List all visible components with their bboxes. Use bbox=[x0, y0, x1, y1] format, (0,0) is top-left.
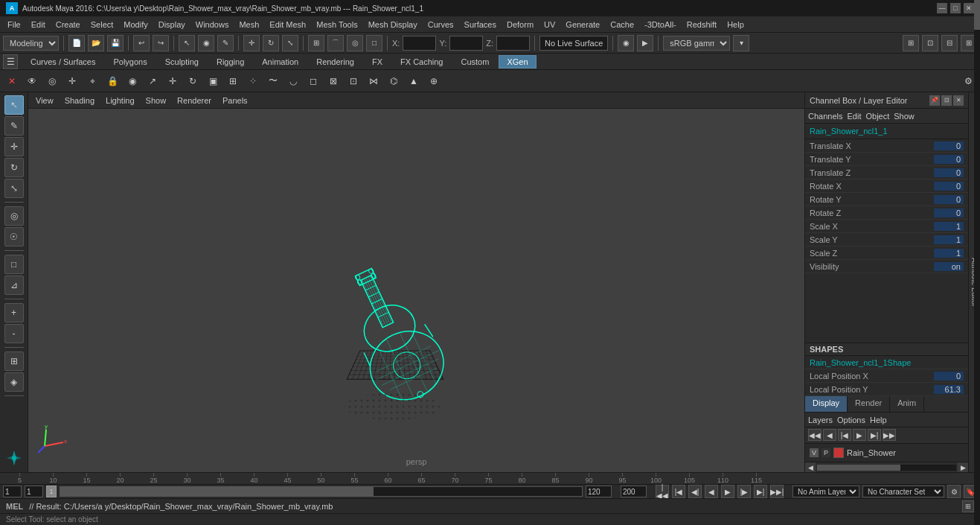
timeline-tick-35[interactable]: 35 bbox=[204, 473, 237, 484]
skip-end-btn[interactable]: ▶▶| bbox=[770, 485, 784, 498]
right-icons-2[interactable]: ⊡ bbox=[922, 35, 938, 51]
shelf-tab-rigging[interactable]: Rigging bbox=[208, 55, 252, 69]
snap-point[interactable]: ◎ bbox=[347, 35, 363, 51]
channel-row-rotate-x[interactable]: Rotate X0 bbox=[805, 179, 968, 193]
zoom-in-btn[interactable]: + bbox=[4, 303, 24, 322]
layer-next-next-btn[interactable]: ▶▶ bbox=[883, 429, 896, 441]
dra-tab-display[interactable]: Display bbox=[805, 396, 848, 412]
shelf-tab-curves-surfaces[interactable]: Curves / Surfaces bbox=[22, 55, 103, 69]
z-input[interactable] bbox=[496, 36, 530, 51]
timeline-tick-15[interactable]: 15 bbox=[70, 473, 103, 484]
prev-key-btn[interactable]: ◀| bbox=[688, 485, 702, 498]
stroke-btn[interactable]: 〜 bbox=[264, 72, 282, 90]
layer-row-rain_shower[interactable]: V P Rain_Shower bbox=[808, 445, 965, 460]
menu-item-help[interactable]: Help bbox=[723, 19, 749, 31]
menu-item-redshift[interactable]: Redshift bbox=[682, 19, 721, 31]
x-input[interactable] bbox=[403, 36, 436, 51]
layer-next-btn[interactable]: ▶| bbox=[868, 429, 881, 441]
mode-dropdown[interactable]: Modeling bbox=[3, 36, 59, 51]
dra-tab-render[interactable]: Render bbox=[848, 396, 890, 412]
timeline-tick-75[interactable]: 75 bbox=[472, 473, 505, 484]
play-fwd-btn[interactable]: ▶ bbox=[721, 485, 734, 498]
menu-item-mesh-tools[interactable]: Mesh Tools bbox=[312, 19, 362, 31]
timeline-tick-10[interactable]: 10 bbox=[36, 473, 70, 484]
channel-row-scale-y[interactable]: Scale Y1 bbox=[805, 233, 968, 246]
channel-row-rotate-z[interactable]: Rotate Z0 bbox=[805, 206, 968, 220]
layer-vis-btn[interactable]: V bbox=[810, 448, 819, 457]
paint-select-btn[interactable]: ✎ bbox=[4, 116, 24, 136]
shelf-tab-xgen[interactable]: XGen bbox=[499, 55, 536, 69]
timeline-tick-25[interactable]: 25 bbox=[137, 473, 170, 484]
menu-item-curves[interactable]: Curves bbox=[423, 19, 458, 31]
menu-item-deform[interactable]: Deform bbox=[502, 19, 538, 31]
layer-menu-help[interactable]: Help bbox=[870, 416, 887, 424]
menu-item--3dtoall-[interactable]: -3DtoAll- bbox=[640, 19, 681, 31]
timeline-tick-90[interactable]: 90 bbox=[572, 473, 606, 484]
current-frame-input[interactable] bbox=[25, 486, 43, 497]
zoom-out-btn[interactable]: - bbox=[4, 324, 24, 343]
layer-prev-btn[interactable]: ◀ bbox=[823, 429, 836, 441]
menu-item-display[interactable]: Display bbox=[154, 19, 190, 31]
menu-item-cache[interactable]: Cache bbox=[606, 19, 638, 31]
wire-btn[interactable]: ⊠ bbox=[324, 72, 342, 90]
scatter-btn[interactable]: ⁘ bbox=[244, 72, 262, 90]
select-tool[interactable]: ↖ bbox=[179, 35, 195, 51]
channel-menu-item-edit[interactable]: Edit bbox=[847, 112, 861, 121]
layer-type-btn[interactable]: P bbox=[822, 448, 830, 457]
shelf-tab-sculpting[interactable]: Sculpting bbox=[157, 55, 207, 69]
camera-btn[interactable]: ⌖ bbox=[83, 72, 101, 90]
select-tool-btn[interactable]: ↖ bbox=[4, 95, 24, 115]
lock-btn[interactable]: 🔒 bbox=[103, 72, 121, 90]
channel-row-scale-z[interactable]: Scale Z1 bbox=[805, 246, 968, 260]
rotate-tool-btn[interactable]: ↻ bbox=[4, 158, 24, 177]
status-icon-btn[interactable]: ⊞ bbox=[962, 500, 974, 512]
step-fwd-btn[interactable]: ▶| bbox=[754, 485, 767, 498]
timeline-tick-105[interactable]: 105 bbox=[673, 473, 706, 484]
shelf-tab-polygons[interactable]: Polygons bbox=[105, 55, 155, 69]
right-icons-3[interactable]: ⊟ bbox=[941, 35, 958, 51]
layer-scroll-right[interactable]: ▶ bbox=[958, 462, 968, 473]
eye-btn[interactable]: 👁 bbox=[23, 72, 41, 90]
play-back-btn[interactable]: ◀ bbox=[705, 485, 718, 498]
view-menu-lighting[interactable]: Lighting bbox=[101, 95, 139, 106]
shelf-tab-fx[interactable]: FX bbox=[364, 55, 391, 69]
gamma-settings[interactable]: ▾ bbox=[733, 35, 749, 51]
timeline-tick-20[interactable]: 20 bbox=[103, 473, 137, 484]
next-key-btn[interactable]: |▶ bbox=[737, 485, 751, 498]
menu-item-mesh[interactable]: Mesh bbox=[234, 19, 263, 31]
soft-mod-btn[interactable]: ◎ bbox=[4, 206, 24, 226]
snap-curve[interactable]: ⌒ bbox=[327, 35, 344, 51]
mesh-btn[interactable]: ⊡ bbox=[345, 72, 362, 90]
maximize-button[interactable]: □ bbox=[950, 3, 961, 13]
menu-item-edit[interactable]: Edit bbox=[27, 19, 50, 31]
move-tool-btn[interactable]: ✛ bbox=[4, 137, 24, 156]
menu-item-modify[interactable]: Modify bbox=[119, 19, 152, 31]
view-menu-panels[interactable]: Panels bbox=[218, 95, 252, 106]
channel-row-scale-x[interactable]: Scale X1 bbox=[805, 220, 968, 233]
step-back-btn[interactable]: |◀ bbox=[672, 485, 685, 498]
timeline-tick-65[interactable]: 65 bbox=[405, 473, 438, 484]
view-menu-renderer[interactable]: Renderer bbox=[173, 95, 216, 106]
falloff-btn[interactable]: ◡ bbox=[284, 72, 302, 90]
paint-tool[interactable]: ✎ bbox=[217, 35, 234, 51]
channel-row-translate-z[interactable]: Translate Z0 bbox=[805, 166, 968, 179]
anim-layer-dropdown[interactable]: No Anim Layer bbox=[792, 486, 859, 497]
redo-button[interactable]: ↪ bbox=[153, 35, 169, 51]
shape-row-local-position-x[interactable]: Local Position X0 bbox=[805, 369, 968, 383]
panel-close-btn[interactable]: ✕ bbox=[953, 95, 964, 106]
shelf-tab-animation[interactable]: Animation bbox=[254, 55, 307, 69]
move-btn[interactable]: ✛ bbox=[164, 72, 182, 90]
plus-btn[interactable]: ✛ bbox=[63, 72, 81, 90]
timeline-tick-5[interactable]: 5 bbox=[3, 473, 36, 484]
start-frame-input[interactable] bbox=[3, 486, 22, 497]
playback-range[interactable] bbox=[60, 486, 583, 497]
show-manip-btn[interactable]: ☉ bbox=[4, 227, 24, 246]
dra-tab-anim[interactable]: Anim bbox=[890, 396, 924, 412]
menu-item-select[interactable]: Select bbox=[86, 19, 118, 31]
menu-item-surfaces[interactable]: Surfaces bbox=[460, 19, 501, 31]
x-icon-btn[interactable]: ✕ bbox=[3, 72, 21, 90]
ipr-icon[interactable]: ▶ bbox=[637, 35, 653, 51]
menu-item-edit-mesh[interactable]: Edit Mesh bbox=[265, 19, 310, 31]
timeline-tick-70[interactable]: 70 bbox=[438, 473, 472, 484]
move-tool[interactable]: ✛ bbox=[243, 35, 260, 51]
